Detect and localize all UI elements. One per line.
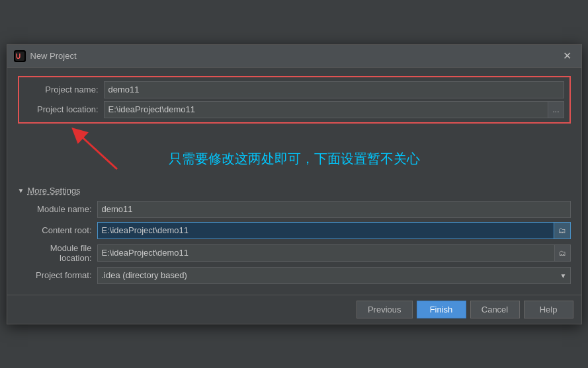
previous-button[interactable]: Previous bbox=[357, 301, 413, 318]
button-bar: Previous Finish Cancel Help bbox=[7, 295, 581, 324]
close-button[interactable]: ✕ bbox=[560, 50, 575, 63]
project-name-input[interactable] bbox=[104, 81, 564, 98]
finish-button[interactable]: Finish bbox=[417, 301, 466, 318]
cancel-button[interactable]: Cancel bbox=[470, 301, 520, 318]
project-location-row: Project location: ... bbox=[24, 101, 564, 118]
dialog-content: Project name: Project location: ... bbox=[7, 68, 581, 295]
title-bar: U New Project ✕ bbox=[7, 45, 581, 68]
project-location-field: ... bbox=[104, 101, 564, 118]
more-settings-label: More Settings bbox=[27, 186, 80, 196]
project-location-label: Project location: bbox=[24, 104, 104, 114]
project-name-row: Project name: bbox=[24, 81, 564, 98]
annotation-text: 只需要修改这两处即可，下面设置暂不关心 bbox=[169, 150, 420, 168]
svg-line-4 bbox=[77, 133, 117, 169]
module-name-input[interactable] bbox=[97, 201, 571, 218]
chevron-down-icon: ▼ bbox=[18, 187, 24, 194]
project-format-wrapper: .idea (directory based) ▼ bbox=[97, 267, 571, 284]
highlight-box: Project name: Project location: ... bbox=[18, 76, 571, 124]
help-label: Help bbox=[540, 305, 558, 314]
project-location-input[interactable] bbox=[104, 101, 549, 118]
more-settings-header[interactable]: ▼ More Settings bbox=[18, 186, 571, 196]
title-bar-left: U New Project bbox=[14, 50, 77, 62]
module-file-location-row: Module file location: 🗂 bbox=[18, 243, 571, 263]
arrow-container bbox=[58, 126, 137, 172]
module-file-browse-button[interactable]: 🗂 bbox=[555, 244, 571, 262]
app-icon: U bbox=[14, 50, 26, 62]
help-button[interactable]: Help bbox=[524, 301, 573, 318]
module-file-location-field: 🗂 bbox=[97, 244, 571, 262]
module-name-label: Module name: bbox=[18, 204, 97, 214]
project-format-row: Project format: .idea (directory based) … bbox=[18, 267, 571, 284]
project-format-select[interactable]: .idea (directory based) bbox=[97, 267, 571, 284]
content-root-browse-button[interactable]: 🗂 bbox=[554, 222, 571, 239]
module-file-location-label: Module file location: bbox=[18, 243, 97, 263]
previous-label: Previous bbox=[368, 305, 401, 314]
dialog-title: New Project bbox=[30, 51, 77, 61]
content-root-label: Content root: bbox=[18, 225, 97, 235]
project-format-label: Project format: bbox=[18, 270, 97, 280]
module-file-location-input[interactable] bbox=[97, 244, 555, 262]
cancel-label: Cancel bbox=[482, 305, 508, 314]
project-name-label: Project name: bbox=[24, 85, 104, 94]
content-root-field: 🗂 bbox=[97, 222, 571, 239]
new-project-dialog: U New Project ✕ Project name: Project lo… bbox=[7, 44, 582, 324]
browse-button[interactable]: ... bbox=[548, 101, 564, 118]
module-name-row: Module name: bbox=[18, 201, 571, 218]
content-root-row: Content root: 🗂 bbox=[18, 222, 571, 239]
svg-text:U: U bbox=[16, 53, 21, 60]
annotation-area: 只需要修改这两处即可，下面设置暂不关心 bbox=[18, 126, 571, 186]
finish-label: Finish bbox=[430, 305, 453, 314]
folder-icon: 🗂 bbox=[558, 226, 566, 235]
content-root-input[interactable] bbox=[97, 222, 554, 239]
